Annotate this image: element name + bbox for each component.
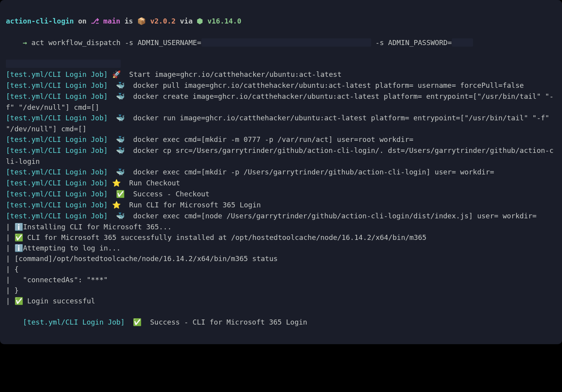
log-icon: 🐳 bbox=[112, 93, 125, 100]
log-line: [test.yml/CLI Login Job] 🐳 docker cp src… bbox=[6, 145, 556, 167]
job-prefix: [test.yml/CLI Login Job] bbox=[6, 135, 108, 143]
log-text: Run CLI for Microsoft 365 Login bbox=[125, 201, 261, 209]
log-icon: 🐳 bbox=[112, 168, 125, 176]
log-text: Success - Checkout bbox=[129, 190, 210, 198]
log-line: [test.yml/CLI Login Job] 🐳 docker exec c… bbox=[6, 211, 556, 221]
log-line: [test.yml/CLI Login Job] 🐳 docker exec c… bbox=[6, 134, 556, 145]
pipe-line: | ℹ️Installing CLI for Microsoft 365... bbox=[6, 221, 556, 232]
log-line-final: [test.yml/CLI Login Job] ✅ Success - CLI… bbox=[6, 306, 556, 338]
job-prefix: [test.yml/CLI Login Job] bbox=[6, 146, 108, 154]
command-text: act workflow_dispatch -s ADMIN_USERNAME= bbox=[31, 38, 201, 47]
log-line: [test.yml/CLI Login Job] 🚀 Start image=g… bbox=[6, 69, 556, 80]
pipe-line: | { bbox=[6, 264, 556, 274]
log-text: Success - CLI for Microsoft 365 Login bbox=[146, 318, 307, 326]
log-icon: ⭐ bbox=[112, 201, 121, 209]
log-text: docker exec cmd=[mkdir -p /Users/garrytr… bbox=[129, 168, 494, 176]
job-prefix: [test.yml/CLI Login Job] bbox=[6, 201, 108, 209]
log-icon: ✅ bbox=[112, 190, 125, 198]
node-icon: ⬢ bbox=[197, 16, 203, 26]
terminal-output[interactable]: action-cli-login on ⎇ main is 📦 v2.0.2 v… bbox=[6, 16, 556, 338]
job-prefix: [test.yml/CLI Login Job] bbox=[6, 212, 108, 220]
log-icon: 🐳 bbox=[112, 147, 125, 154]
git-branch: main bbox=[99, 16, 120, 26]
job-prefix: [test.yml/CLI Login Job] bbox=[6, 70, 108, 78]
log-icon: 🐳 bbox=[112, 136, 125, 143]
command-line: → act workflow_dispatch -s ADMIN_USERNAM… bbox=[6, 27, 556, 58]
log-line: [test.yml/CLI Login Job] 🐳 docker pull i… bbox=[6, 80, 556, 91]
pipe-line: | ✅ CLI for Microsoft 365 successfully i… bbox=[6, 232, 556, 243]
shell-prompt: action-cli-login on ⎇ main is 📦 v2.0.2 v… bbox=[6, 16, 556, 27]
redacted-username bbox=[201, 38, 371, 47]
job-prefix: [test.yml/CLI Login Job] bbox=[23, 318, 125, 326]
redacted-continuation bbox=[6, 60, 121, 68]
pipe-line: | ✅ Login successful bbox=[6, 296, 556, 306]
package-version: v2.0.2 bbox=[146, 16, 176, 26]
log-icon: 🐳 bbox=[112, 114, 125, 122]
branch-icon: ⎇ bbox=[91, 16, 99, 26]
redacted-password bbox=[452, 38, 473, 47]
job-prefix: [test.yml/CLI Login Job] bbox=[6, 190, 108, 198]
pipe-line: | ℹ️Attempting to log in... bbox=[6, 243, 556, 253]
log-line: [test.yml/CLI Login Job] 🐳 docker create… bbox=[6, 91, 556, 113]
check-icon: ✅ bbox=[129, 318, 141, 326]
log-icon: 🐳 bbox=[112, 82, 125, 89]
job-prefix: [test.yml/CLI Login Job] bbox=[6, 81, 108, 89]
log-line: [test.yml/CLI Login Job] 🐳 docker run im… bbox=[6, 113, 556, 134]
pipe-lines: | ℹ️Installing CLI for Microsoft 365...|… bbox=[6, 221, 556, 306]
command-line-cont bbox=[6, 58, 556, 69]
package-icon: 📦 bbox=[137, 16, 146, 27]
log-line: [test.yml/CLI Login Job] ✅ Success - Che… bbox=[6, 189, 556, 200]
log-text: Start image=ghcr.io/catthehacker/ubuntu:… bbox=[125, 70, 342, 78]
job-prefix: [test.yml/CLI Login Job] bbox=[6, 114, 108, 122]
log-icon: 🐳 bbox=[112, 212, 125, 220]
log-line: [test.yml/CLI Login Job] ⭐ Run CLI for M… bbox=[6, 200, 556, 211]
log-text: docker exec cmd=[mkdir -m 0777 -p /var/r… bbox=[129, 135, 413, 143]
log-text: docker pull image=ghcr.io/catthehacker/u… bbox=[129, 81, 524, 89]
job-prefix: [test.yml/CLI Login Job] bbox=[6, 168, 108, 176]
pipe-line: | [command]/opt/hostedtoolcache/node/16.… bbox=[6, 253, 556, 264]
log-line: [test.yml/CLI Login Job] 🐳 docker exec c… bbox=[6, 167, 556, 178]
log-text: docker exec cmd=[node /Users/garrytrinde… bbox=[129, 212, 537, 220]
log-lines: [test.yml/CLI Login Job] 🚀 Start image=g… bbox=[6, 69, 556, 221]
log-text: Run Checkout bbox=[125, 179, 180, 187]
log-icon: 🚀 bbox=[112, 71, 121, 78]
pipe-line: | "connectedAs": "***" bbox=[6, 274, 556, 285]
job-prefix: [test.yml/CLI Login Job] bbox=[6, 92, 108, 100]
log-icon: ⭐ bbox=[112, 179, 121, 187]
prompt-arrow: → bbox=[23, 38, 31, 47]
pipe-line: | } bbox=[6, 285, 556, 296]
project-name: action-cli-login bbox=[6, 16, 74, 26]
job-prefix: [test.yml/CLI Login Job] bbox=[6, 179, 108, 187]
node-version: v16.14.0 bbox=[203, 16, 241, 26]
log-line: [test.yml/CLI Login Job] ⭐ Run Checkout bbox=[6, 178, 556, 189]
